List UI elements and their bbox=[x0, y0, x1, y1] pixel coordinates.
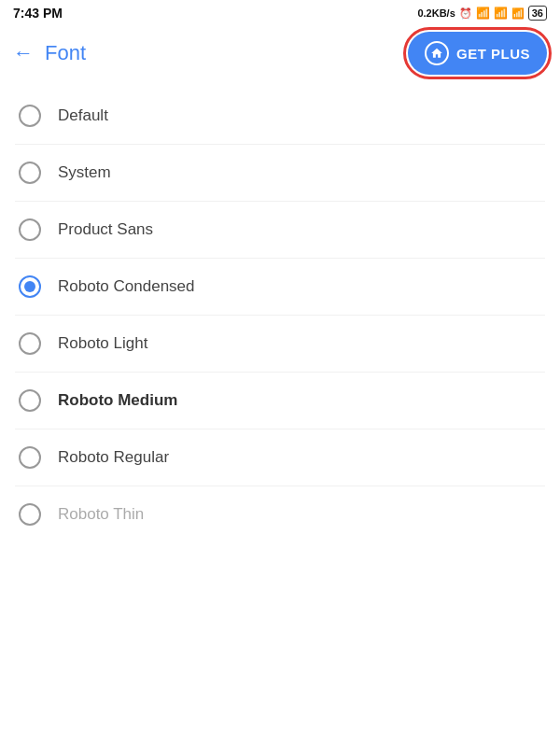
font-item-roboto-regular[interactable]: Roboto Regular bbox=[0, 429, 560, 486]
radio-roboto-light bbox=[19, 332, 41, 355]
header: ← Font GET PLUS bbox=[0, 24, 560, 84]
radio-roboto-regular bbox=[19, 446, 41, 469]
get-plus-button[interactable]: GET PLUS bbox=[408, 32, 547, 75]
wifi-icon: 📶 bbox=[511, 7, 525, 20]
status-bar: 7:43 PM 0.2KB/s ⏰ 📶 📶 📶 36 bbox=[0, 0, 560, 24]
radio-system bbox=[19, 162, 41, 184]
font-label-roboto-regular: Roboto Regular bbox=[58, 448, 169, 467]
font-item-roboto-medium[interactable]: Roboto Medium bbox=[0, 373, 560, 429]
font-item-product-sans[interactable]: Product Sans bbox=[0, 202, 560, 258]
font-label-roboto-light: Roboto Light bbox=[58, 334, 147, 353]
alarm-icon: ⏰ bbox=[459, 7, 472, 20]
battery-indicator: 36 bbox=[528, 6, 547, 21]
header-left: ← Font bbox=[9, 37, 86, 69]
font-item-roboto-light[interactable]: Roboto Light bbox=[0, 316, 560, 372]
page-title: Font bbox=[45, 41, 86, 65]
network-speed: 0.2KB/s bbox=[417, 7, 455, 19]
font-item-system[interactable]: System bbox=[0, 145, 560, 201]
font-item-default[interactable]: Default bbox=[0, 88, 560, 144]
get-plus-label: GET PLUS bbox=[456, 46, 530, 62]
font-label-default: Default bbox=[58, 106, 108, 125]
back-button[interactable]: ← bbox=[9, 37, 37, 69]
radio-default bbox=[19, 105, 41, 127]
font-label-roboto-thin: Roboto Thin bbox=[58, 505, 144, 524]
font-label-roboto-medium: Roboto Medium bbox=[58, 391, 177, 410]
font-item-roboto-condensed[interactable]: Roboto Condensed bbox=[0, 259, 560, 315]
status-icons: 0.2KB/s ⏰ 📶 📶 📶 36 bbox=[417, 6, 547, 21]
battery-level: 36 bbox=[532, 7, 543, 19]
radio-product-sans bbox=[19, 218, 41, 241]
radio-roboto-condensed bbox=[19, 275, 41, 298]
font-label-roboto-condensed: Roboto Condensed bbox=[58, 277, 195, 296]
signal-icon-1: 📶 bbox=[476, 7, 490, 20]
font-item-roboto-thin[interactable]: Roboto Thin bbox=[0, 486, 560, 542]
font-label-system: System bbox=[58, 163, 111, 182]
home-icon bbox=[425, 41, 449, 65]
signal-icon-2: 📶 bbox=[494, 7, 508, 20]
radio-roboto-thin bbox=[19, 503, 41, 526]
radio-roboto-medium bbox=[19, 389, 41, 412]
radio-inner-roboto-condensed bbox=[24, 281, 35, 292]
status-time: 7:43 PM bbox=[13, 6, 63, 21]
font-label-product-sans: Product Sans bbox=[58, 220, 153, 239]
font-list: DefaultSystemProduct SansRoboto Condense… bbox=[0, 84, 560, 546]
